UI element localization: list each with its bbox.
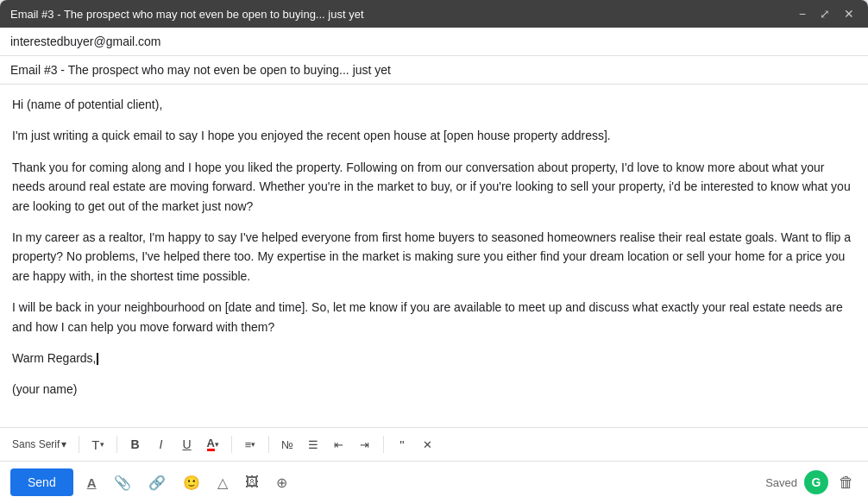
font-family-select[interactable]: Sans Serif ▾ <box>7 435 72 454</box>
window-controls: − ⤢ ✕ <box>796 6 858 22</box>
blockquote-button[interactable]: " <box>391 433 413 456</box>
body-para-1: Hi (name of potential client), <box>12 95 856 114</box>
emoji-icon: 🙂 <box>183 475 200 491</box>
bottom-bar: Send A 📎 🔗 🙂 △ 🖼 ⊕ Saved <box>0 461 868 503</box>
bottom-left-actions: Send A 📎 🔗 🙂 △ 🖼 ⊕ <box>10 468 291 496</box>
outdent-icon: ⇤ <box>334 438 343 451</box>
paperclip-icon: 📎 <box>114 475 131 491</box>
formatting-toolbar: Sans Serif ▾ T ▾ B I U A ▾ ≡ ▾ № ☰ <box>0 427 868 461</box>
bullet-list-button[interactable]: ☰ <box>302 433 324 456</box>
window-title: Email #3 - The prospect who may not even… <box>10 8 364 21</box>
trash-icon: 🗑 <box>839 474 854 491</box>
indent-icon: ⇥ <box>360 438 369 451</box>
font-size-icon: T <box>91 437 99 452</box>
body-para-5: I will be back in your neighbourhood on … <box>12 298 856 336</box>
font-size-button[interactable]: T ▾ <box>86 433 109 456</box>
send-button[interactable]: Send <box>10 468 73 496</box>
numbered-list-button[interactable]: № <box>276 433 299 456</box>
email-body[interactable]: Hi (name of potential client), I'm just … <box>0 85 868 427</box>
body-para-2: I'm just writing a quick email to say I … <box>12 126 856 145</box>
format-text-button[interactable]: A <box>84 472 100 494</box>
divider-4 <box>268 436 269 453</box>
insert-photo-button[interactable]: 🖼 <box>242 471 262 494</box>
divider-5 <box>383 436 384 453</box>
numbered-list-icon: № <box>281 438 293 451</box>
body-para-7: (your name) <box>12 380 856 399</box>
text-color-button[interactable]: A ▾ <box>202 433 224 456</box>
discard-button[interactable]: 🗑 <box>835 470 858 495</box>
divider-1 <box>79 436 79 453</box>
text-color-icon: A <box>207 437 215 451</box>
chevron-down-icon: ▾ <box>100 440 104 449</box>
clear-formatting-button[interactable]: ✕ <box>417 433 439 456</box>
email-compose-window: Email #3 - The prospect who may not even… <box>0 0 868 503</box>
italic-button[interactable]: I <box>150 433 173 456</box>
title-bar: Email #3 - The prospect who may not even… <box>0 0 868 28</box>
blockquote-icon: " <box>399 437 404 452</box>
minimize-button[interactable]: − <box>796 6 809 22</box>
subject-field[interactable]: Email #3 - The prospect who may not even… <box>0 56 868 85</box>
to-field[interactable]: interestedbuyer@gmail.com <box>0 28 868 56</box>
google-drive-button[interactable]: △ <box>214 471 231 494</box>
chevron-down-icon: ▾ <box>215 440 219 449</box>
clear-icon: ✕ <box>423 438 432 451</box>
more-options-button[interactable]: ⊕ <box>273 471 291 494</box>
saved-status: Saved <box>765 476 797 489</box>
maximize-button[interactable]: ⤢ <box>816 6 833 22</box>
outdent-button[interactable]: ⇤ <box>328 433 350 456</box>
close-button[interactable]: ✕ <box>840 6 858 22</box>
bold-button[interactable]: B <box>124 433 147 456</box>
align-button[interactable]: ≡ ▾ <box>239 433 261 456</box>
font-size-section: T ▾ <box>86 433 109 456</box>
drive-icon: △ <box>217 475 228 491</box>
font-section: Sans Serif ▾ <box>7 435 72 454</box>
body-para-4: In my career as a realtor, I'm happy to … <box>12 228 856 286</box>
align-icon: ≡ <box>245 438 252 451</box>
body-para-6: Warm Regards, <box>12 349 856 368</box>
photo-icon: 🖼 <box>245 475 259 490</box>
attach-file-button[interactable]: 📎 <box>110 471 135 494</box>
subject-text: Email #3 - The prospect who may not even… <box>10 63 391 77</box>
link-icon: 🔗 <box>148 475 166 491</box>
body-para-3: Thank you for coming along and I hope yo… <box>12 158 856 216</box>
chevron-down-icon: ▾ <box>251 440 255 449</box>
divider-3 <box>231 436 232 453</box>
grammarly-button[interactable]: G <box>804 470 828 494</box>
bullet-list-icon: ☰ <box>308 438 318 451</box>
chevron-down-icon: ▾ <box>61 438 66 450</box>
bottom-right-actions: Saved G 🗑 <box>765 470 858 495</box>
insert-link-button[interactable]: 🔗 <box>145 471 169 494</box>
more-icon: ⊕ <box>276 475 287 491</box>
to-address: interestedbuyer@gmail.com <box>10 35 161 48</box>
format-text-icon: A <box>87 475 97 490</box>
divider-2 <box>116 436 117 453</box>
indent-button[interactable]: ⇥ <box>354 433 376 456</box>
underline-button[interactable]: U <box>176 433 198 456</box>
insert-emoji-button[interactable]: 🙂 <box>179 471 204 494</box>
